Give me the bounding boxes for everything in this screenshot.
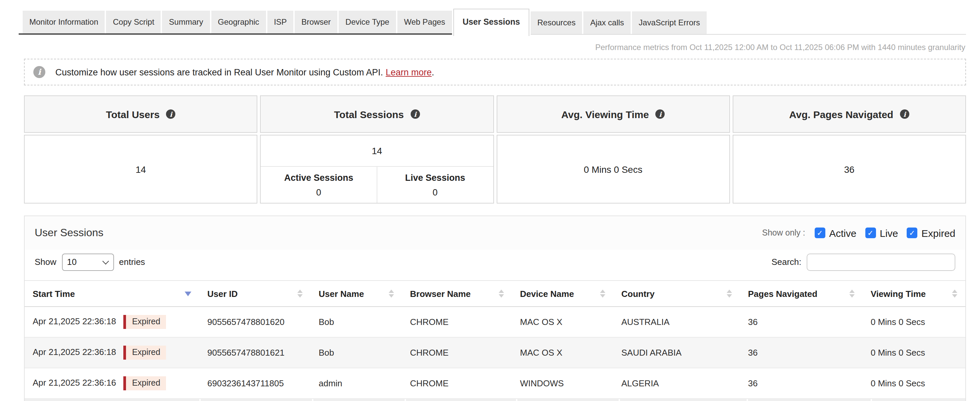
tab-isp[interactable]: ISP — [267, 10, 294, 33]
info-icon: i — [33, 66, 45, 78]
device-name: MAC OS X — [512, 337, 613, 368]
user-name: admin — [311, 368, 402, 399]
live-sessions-label: Live Sessions — [405, 173, 465, 182]
column-header-user-id[interactable]: User ID — [199, 281, 311, 307]
pages-navigated: 36 — [740, 368, 863, 399]
entries-select[interactable]: 10 — [62, 253, 114, 270]
country: ALGERIA — [613, 368, 740, 399]
device-name: WINDOWS — [512, 368, 613, 399]
user-sessions-panel: User Sessions Show only : Active Live Ex… — [24, 216, 966, 401]
search-input[interactable] — [807, 253, 955, 270]
tab-ajax-calls[interactable]: Ajax calls — [584, 11, 631, 34]
active-filter-checkbox[interactable] — [815, 227, 825, 238]
tab-user-sessions[interactable]: User Sessions — [453, 9, 529, 36]
info-icon[interactable]: i — [655, 109, 665, 119]
total-users-value: 14 — [136, 164, 146, 174]
learn-more-link[interactable]: Learn more — [386, 67, 432, 77]
tab-javascript-errors[interactable]: JavaScript Errors — [632, 11, 707, 34]
session-filters: Show only : Active Live Expired — [762, 227, 955, 238]
show-only-label: Show only : — [762, 228, 805, 238]
entries-label: entries — [119, 257, 145, 267]
sessions-table: Start Time User ID User Name Browser Nam… — [25, 280, 965, 399]
device-name: MAC OS X — [512, 307, 613, 337]
column-header-user-name[interactable]: User Name — [311, 281, 402, 307]
sort-icon — [389, 289, 394, 297]
tab-bar: Monitor Information Copy Script Summary … — [19, 9, 966, 34]
tab-web-pages[interactable]: Web Pages — [397, 10, 452, 33]
viewing-time: 0 Mins 0 Secs — [863, 337, 965, 368]
banner-suffix: . — [432, 67, 434, 77]
column-header-browser-name[interactable]: Browser Name — [402, 281, 512, 307]
column-header-start-time[interactable]: Start Time — [25, 281, 199, 307]
card-title: Total Sessions — [334, 109, 404, 120]
column-header-viewing-time[interactable]: Viewing Time — [863, 281, 965, 307]
tab-monitor-information[interactable]: Monitor Information — [23, 10, 105, 33]
user-id: 9055657478801620 — [199, 307, 311, 337]
active-filter-label: Active — [829, 227, 857, 238]
live-filter-label: Live — [880, 227, 898, 238]
card-title: Total Users — [106, 109, 160, 120]
card-title: Avg. Pages Navigated — [789, 109, 893, 120]
info-banner: i Customize how user sessions are tracke… — [24, 59, 966, 85]
table-row[interactable]: Apr 21,2025 22:36:18Expired 905565747880… — [25, 307, 965, 337]
user-name: Bob — [311, 337, 402, 368]
search-label: Search: — [772, 257, 801, 267]
live-sessions: Live Sessions 0 — [377, 167, 493, 203]
sort-desc-icon — [185, 291, 191, 296]
status-badge: Expired — [123, 315, 166, 329]
table-row[interactable]: Apr 21,2025 22:36:18Expired 905565747880… — [25, 337, 965, 368]
user-name: Bob — [311, 307, 402, 337]
summary-cards: Total Users i 14 Total Sessions i 14 Act… — [24, 96, 966, 203]
tab-geographic[interactable]: Geographic — [212, 10, 266, 33]
browser-name: CHROME — [402, 337, 512, 368]
expired-filter-checkbox[interactable] — [907, 227, 917, 238]
live-sessions-value: 0 — [433, 187, 438, 197]
active-sessions-label: Active Sessions — [284, 173, 353, 182]
pages-navigated: 36 — [740, 337, 863, 368]
sort-icon — [499, 289, 504, 297]
card-total-users: Total Users i 14 — [24, 96, 258, 203]
active-sessions-value: 0 — [317, 187, 321, 197]
country: SAUDI ARABIA — [613, 337, 740, 368]
card-total-sessions: Total Sessions i 14 Active Sessions 0 Li… — [260, 96, 494, 203]
info-icon[interactable]: i — [166, 109, 176, 119]
info-icon[interactable]: i — [900, 109, 909, 119]
pages-navigated: 36 — [740, 307, 863, 337]
user-id: 6903236143711805 — [199, 368, 311, 399]
tab-summary[interactable]: Summary — [162, 10, 210, 33]
browser-name: CHROME — [402, 307, 512, 337]
sort-icon — [298, 289, 303, 297]
status-badge: Expired — [123, 376, 166, 390]
viewing-time: 0 Mins 0 Secs — [863, 307, 965, 337]
viewing-time: 0 Mins 0 Secs — [863, 368, 965, 399]
column-header-country[interactable]: Country — [613, 281, 740, 307]
banner-text: Customize how user sessions are tracked … — [55, 67, 383, 77]
tab-browser[interactable]: Browser — [295, 10, 337, 33]
start-time: Apr 21,2025 22:36:18 — [33, 347, 116, 357]
avg-viewing-time-value: 0 Mins 0 Secs — [584, 164, 642, 174]
tab-resources[interactable]: Resources — [531, 11, 582, 34]
active-sessions: Active Sessions 0 — [261, 167, 377, 203]
rum-user-sessions-page: Monitor Information Copy Script Summary … — [0, 0, 980, 401]
info-icon[interactable]: i — [410, 109, 420, 119]
column-header-pages-navigated[interactable]: Pages Navigated — [740, 281, 863, 307]
sort-icon — [600, 289, 605, 297]
card-avg-viewing-time: Avg. Viewing Time i 0 Mins 0 Secs — [496, 96, 730, 203]
live-filter-checkbox[interactable] — [865, 227, 876, 238]
partial-next-row — [25, 399, 965, 401]
tab-copy-script[interactable]: Copy Script — [107, 10, 161, 33]
card-title: Avg. Viewing Time — [562, 109, 649, 120]
start-time: Apr 21,2025 22:36:16 — [33, 378, 116, 388]
show-label: Show — [35, 257, 56, 267]
total-sessions-value: 14 — [261, 136, 493, 167]
expired-filter-label: Expired — [921, 227, 955, 238]
sort-icon — [727, 289, 732, 297]
sort-icon — [952, 289, 957, 297]
sort-icon — [850, 289, 855, 297]
column-header-device-name[interactable]: Device Name — [512, 281, 613, 307]
card-avg-pages-navigated: Avg. Pages Navigated i 36 — [733, 96, 966, 203]
tab-device-type[interactable]: Device Type — [339, 10, 396, 33]
table-row[interactable]: Apr 21,2025 22:36:16Expired 690323614371… — [25, 368, 965, 399]
status-badge: Expired — [123, 346, 166, 359]
tab-group-right: Resources Ajax calls JavaScript Errors — [531, 11, 966, 34]
